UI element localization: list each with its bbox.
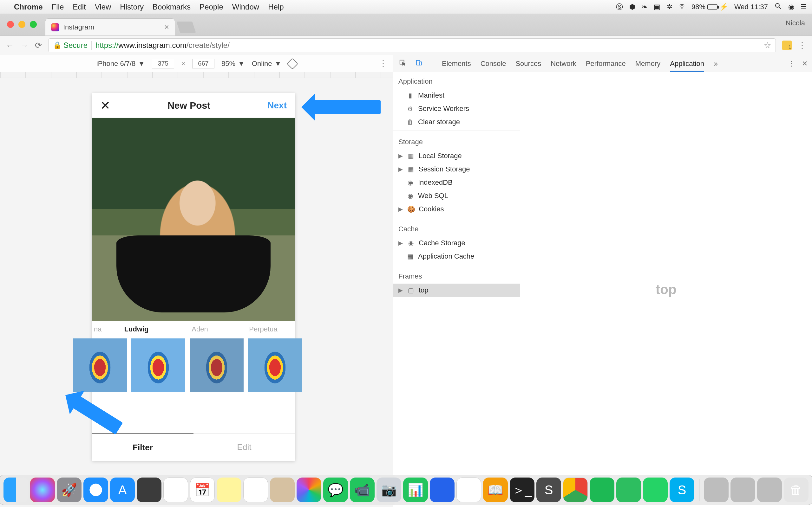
chrome-profile-name[interactable]: Nicola bbox=[786, 19, 805, 27]
devtools-tab-performance[interactable]: Performance bbox=[586, 55, 626, 72]
dock-evernote-icon[interactable] bbox=[616, 477, 641, 502]
expand-caret-icon[interactable]: ▶ bbox=[398, 287, 403, 294]
menubar-app-name[interactable]: Chrome bbox=[14, 3, 43, 11]
expand-caret-icon[interactable]: ▶ bbox=[398, 206, 403, 213]
rotate-device-icon[interactable] bbox=[287, 58, 299, 69]
sidebar-item-websql[interactable]: ◉Web SQL bbox=[393, 189, 520, 203]
notification-center-icon[interactable]: ☰ bbox=[801, 3, 807, 11]
inspect-element-icon[interactable] bbox=[399, 59, 406, 68]
expand-caret-icon[interactable]: ▶ bbox=[398, 166, 403, 173]
dock-maps-icon[interactable]: ⌖ bbox=[163, 477, 188, 502]
secure-indicator[interactable]: 🔒 Secure bbox=[53, 41, 88, 50]
evernote-menubar-icon[interactable]: ❧ bbox=[642, 3, 647, 11]
dock-photos-icon[interactable] bbox=[297, 477, 321, 502]
sidebar-item-service-workers[interactable]: ⚙Service Workers bbox=[393, 102, 520, 115]
filter-thumb-aden[interactable] bbox=[190, 338, 244, 392]
dock-calendar-icon[interactable]: 📅 bbox=[190, 477, 215, 502]
menubar-clock[interactable]: Wed 11:37 bbox=[734, 3, 768, 11]
post-photo-preview[interactable] bbox=[92, 118, 295, 321]
browser-tab[interactable]: Instagram × bbox=[45, 18, 175, 36]
dock-finder-icon[interactable] bbox=[3, 477, 28, 502]
menubar-item-edit[interactable]: Edit bbox=[72, 3, 86, 11]
dock-sublime-icon[interactable]: S bbox=[537, 477, 561, 502]
dock-keynote-icon[interactable] bbox=[430, 477, 455, 502]
window-close-button[interactable] bbox=[7, 21, 14, 28]
devtools-tab-elements[interactable]: Elements bbox=[442, 55, 471, 72]
dock-launchpad-icon[interactable]: 🚀 bbox=[57, 477, 82, 502]
expand-caret-icon[interactable]: ▶ bbox=[398, 153, 403, 159]
bookmark-star-icon[interactable]: ☆ bbox=[764, 41, 771, 50]
tab-filter[interactable]: Filter bbox=[92, 434, 194, 461]
extension-badge[interactable]: 1 bbox=[782, 41, 792, 50]
dock-document-icon[interactable] bbox=[757, 477, 782, 502]
sidebar-item-manifest[interactable]: ▮Manifest bbox=[393, 89, 520, 102]
dock-messages-icon[interactable]: 💬 bbox=[323, 477, 348, 502]
dock-siri-icon[interactable] bbox=[30, 477, 55, 502]
devtools-tab-console[interactable]: Console bbox=[480, 55, 506, 72]
dock-reminders-icon[interactable] bbox=[243, 477, 268, 502]
viewport-height-input[interactable] bbox=[192, 59, 214, 68]
dock-window-preview-icon[interactable] bbox=[704, 477, 728, 502]
device-toolbar-menu-icon[interactable]: ⋮ bbox=[379, 59, 387, 68]
dock-mission-control-icon[interactable] bbox=[137, 477, 161, 502]
viewport-width-input[interactable] bbox=[152, 59, 174, 68]
battery-status[interactable]: 98% ⚡ bbox=[692, 3, 728, 11]
sidebar-item-frame-top[interactable]: ▶▢top bbox=[393, 284, 520, 297]
filter-thumb-ludwig[interactable] bbox=[131, 338, 185, 392]
filter-name-ludwig[interactable]: Ludwig bbox=[105, 325, 168, 333]
dock-safari-icon[interactable] bbox=[84, 477, 108, 502]
device-picker[interactable]: iPhone 6/7/8 ▼ bbox=[96, 60, 145, 68]
adobe-menubar-icon[interactable]: ▣ bbox=[654, 3, 660, 11]
window-minimize-button[interactable] bbox=[18, 21, 26, 28]
dock-itunes-icon[interactable]: ♪ bbox=[456, 477, 481, 502]
dock-numbers-icon[interactable]: 📊 bbox=[403, 477, 428, 502]
sidebar-item-cache-storage[interactable]: ▶◉Cache Storage bbox=[393, 236, 520, 250]
dock-appstore-icon[interactable]: A bbox=[110, 477, 135, 502]
menubar-item-help[interactable]: Help bbox=[268, 3, 284, 11]
dock-trash-icon[interactable]: 🗑 bbox=[784, 477, 809, 502]
expand-caret-icon[interactable]: ▶ bbox=[398, 239, 403, 246]
dock-notes-icon[interactable] bbox=[217, 477, 241, 502]
devtools-menu-icon[interactable]: ⋮ bbox=[788, 60, 795, 68]
toggle-device-toolbar-icon[interactable] bbox=[415, 59, 422, 68]
devtools-tab-application[interactable]: Application bbox=[670, 55, 704, 72]
wifi-menubar-icon[interactable] bbox=[679, 3, 685, 11]
menubar-item-view[interactable]: View bbox=[95, 3, 111, 11]
siri-menubar-icon[interactable]: ◉ bbox=[788, 3, 794, 11]
close-icon[interactable]: ✕ bbox=[100, 99, 110, 112]
filter-thumb[interactable] bbox=[73, 338, 127, 392]
next-button[interactable]: Next bbox=[267, 101, 287, 111]
tab-close-icon[interactable]: × bbox=[164, 22, 169, 32]
devtools-tab-network[interactable]: Network bbox=[551, 55, 576, 72]
dock-ibooks-icon[interactable]: 📖 bbox=[483, 477, 508, 502]
dock-skype-icon[interactable]: S bbox=[670, 477, 694, 502]
sidebar-item-session-storage[interactable]: ▶▦Session Storage bbox=[393, 163, 520, 176]
throttle-picker[interactable]: Online ▼ bbox=[252, 60, 281, 68]
devtools-close-icon[interactable]: ✕ bbox=[802, 60, 808, 68]
dock-terminal-icon[interactable]: ＞_ bbox=[510, 477, 535, 502]
devtools-tabs-overflow-icon[interactable]: » bbox=[714, 59, 718, 68]
filter-name-perpetua[interactable]: Perpetua bbox=[232, 325, 295, 333]
menubar-item-people[interactable]: People bbox=[200, 3, 223, 11]
devtools-tab-sources[interactable]: Sources bbox=[515, 55, 541, 72]
dock-chrome-icon[interactable] bbox=[563, 477, 588, 502]
dock-whatsapp-icon[interactable] bbox=[643, 477, 668, 502]
dock-photobooth-icon[interactable]: 📷 bbox=[376, 477, 401, 502]
menubar-item-history[interactable]: History bbox=[120, 3, 144, 11]
skype-menubar-icon[interactable]: Ⓢ bbox=[616, 2, 623, 12]
dock-window-preview-icon[interactable] bbox=[730, 477, 755, 502]
menubar-item-window[interactable]: Window bbox=[232, 3, 259, 11]
dock-facetime-icon[interactable]: 📹 bbox=[350, 477, 374, 502]
window-maximize-button[interactable] bbox=[30, 21, 37, 28]
menubar-item-file[interactable]: File bbox=[52, 3, 64, 11]
dock-spotify-icon[interactable] bbox=[590, 477, 614, 502]
address-bar[interactable]: 🔒 Secure https://www.instagram.com/creat… bbox=[48, 38, 776, 52]
bluetooth-menubar-icon[interactable]: ✲ bbox=[667, 3, 672, 11]
sidebar-item-local-storage[interactable]: ▶▦Local Storage bbox=[393, 149, 520, 163]
dock-contacts-icon[interactable] bbox=[270, 477, 295, 502]
dropbox-menubar-icon[interactable]: ⬢ bbox=[629, 3, 635, 11]
sidebar-item-application-cache[interactable]: ▦Application Cache bbox=[393, 250, 520, 263]
nav-back-button[interactable]: ← bbox=[6, 41, 14, 50]
chrome-menu-icon[interactable]: ⋮ bbox=[798, 41, 806, 50]
new-tab-button[interactable] bbox=[176, 21, 196, 33]
